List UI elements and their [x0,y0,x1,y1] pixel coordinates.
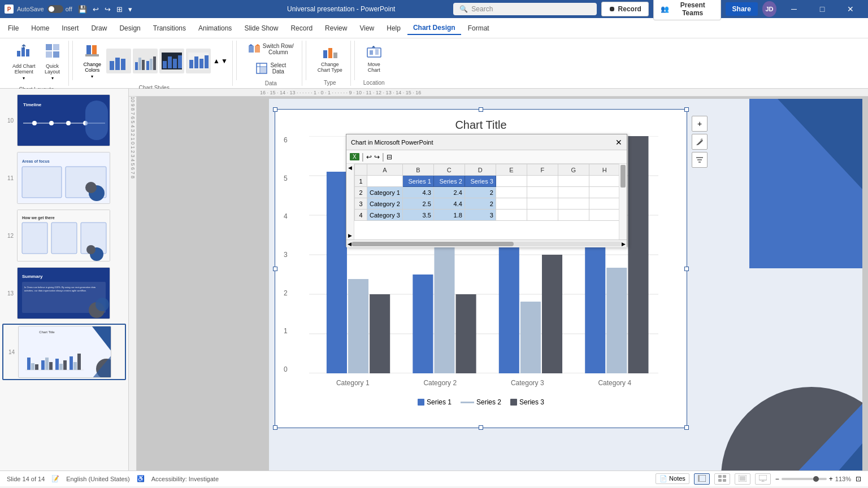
change-chart-type-button[interactable]: ChangeChart Type [314,42,346,75]
ds-hscroll-left[interactable]: ◀ [348,241,351,247]
minimize-button[interactable]: ─ [781,0,807,18]
tab-chart-design[interactable]: Chart Design [407,21,461,35]
presenter-view-button[interactable] [755,473,771,485]
tab-insert[interactable]: Insert [56,22,84,34]
col-header-f[interactable]: F [527,164,558,176]
resize-handle-bl[interactable] [273,425,277,430]
cell-c3[interactable]: 4.4 [433,198,465,210]
resize-handle-ml[interactable] [273,267,277,271]
col-header-a[interactable]: A [367,164,403,176]
ds-redo-button[interactable]: ↪ [374,153,380,161]
tab-slideshow[interactable]: Slide Show [238,22,284,34]
cell-e1[interactable] [496,176,527,187]
zoom-in-button[interactable]: + [829,475,833,483]
tab-home[interactable]: Home [25,22,55,34]
cell-d2[interactable]: 2 [465,187,496,198]
slide-thumb-11[interactable]: 11 Areas of focus [2,151,126,205]
user-avatar[interactable]: JD [762,1,776,17]
tab-file[interactable]: File [2,22,24,34]
chart-style-1[interactable] [106,49,131,73]
cell-h2[interactable] [589,187,619,198]
cell-c2[interactable]: 2.4 [433,187,465,198]
slide-thumb-14[interactable]: 14 Chart Title [2,324,126,380]
excel-icon-btn[interactable]: X [350,153,359,160]
resize-handle-tl[interactable] [273,107,277,112]
search-bar[interactable]: 🔍 Search [453,3,596,15]
cell-g2[interactable] [558,187,589,198]
cell-f3[interactable] [527,198,558,210]
more-options-button[interactable]: ▾ [126,4,134,15]
close-button[interactable]: ✕ [837,0,863,18]
redo-button[interactable]: ↪ [102,4,113,15]
cell-a3[interactable]: Category 2 [367,198,403,210]
zoom-slider[interactable] [782,478,827,480]
autosave-toggle-pill[interactable] [47,5,63,13]
slide-thumb-12[interactable]: 12 How we get there [2,208,126,263]
chart-style-2[interactable] [133,49,158,73]
tab-animations[interactable]: Animations [193,22,237,34]
chart-styles-scroll-down[interactable]: ▼ [221,57,228,65]
chart-styles-scroll-up[interactable]: ▲ [213,57,220,65]
col-header-c[interactable]: C [433,164,465,176]
cell-h1[interactable] [589,176,619,187]
ds-hscroll-right[interactable]: ▶ [622,241,626,247]
maximize-button[interactable]: □ [809,0,835,18]
col-header-d[interactable]: D [465,164,496,176]
ds-undo-button[interactable]: ↩ [366,153,372,161]
tab-design[interactable]: Design [114,22,146,34]
slide-thumb-10[interactable]: 10 Timeline [2,93,126,147]
cell-h4[interactable] [589,210,619,221]
switch-row-col-button[interactable]: Switch Row/Column [245,41,297,58]
ds-hscroll-thumb[interactable] [351,242,514,246]
cell-g4[interactable] [558,210,589,221]
data-sheet-close-button[interactable]: ✕ [615,138,622,147]
chart-filters-button[interactable] [692,152,708,168]
ds-vscroll[interactable] [619,164,627,239]
cell-c4[interactable]: 1.8 [433,210,465,221]
slide-thumb-13[interactable]: 13 Summary In Oremo we believe in giving… [2,266,126,320]
cell-g3[interactable] [558,198,589,210]
select-data-button[interactable]: SelectData [252,60,289,77]
ds-scroll-left[interactable]: ◀ [348,165,352,171]
present-teams-button[interactable]: 👥 Present Teams [653,0,721,20]
chart-styles-button[interactable] [692,134,708,150]
cell-e2[interactable] [496,187,527,198]
col-header-h[interactable]: H [589,164,619,176]
tab-record[interactable]: Record [285,22,318,34]
tab-view[interactable]: View [354,22,380,34]
tab-transitions[interactable]: Transitions [147,22,192,34]
resize-handle-bc[interactable] [479,425,483,430]
tab-help[interactable]: Help [381,22,406,34]
chart-elements-button[interactable]: + [692,116,708,132]
cell-d4[interactable]: 3 [465,210,496,221]
record-button[interactable]: ⏺ Record [601,2,649,16]
cell-e4[interactable] [496,210,527,221]
cell-g1[interactable] [558,176,589,187]
zoom-thumb[interactable] [813,476,819,482]
ds-table-btn[interactable]: ⊟ [387,153,392,161]
change-colors-button[interactable]: ChangeColors ▾ [81,41,105,81]
cell-e3[interactable] [496,198,527,210]
share-button[interactable]: Share [726,2,758,16]
reading-view-button[interactable] [735,473,750,485]
tab-format[interactable]: Format [462,22,495,34]
cell-b1[interactable]: Series 1 [402,176,433,187]
col-header-e[interactable]: E [496,164,527,176]
quick-layout-button[interactable]: QuickLayout ▾ [41,41,64,83]
add-chart-element-button[interactable]: Add ChartElement ▾ [9,41,39,83]
autosave-toggle[interactable]: off [47,5,72,13]
resize-handle-tr[interactable] [684,107,689,112]
cell-b2[interactable]: 4.3 [402,187,433,198]
cell-f1[interactable] [527,176,558,187]
cell-f4[interactable] [527,210,558,221]
zoom-out-button[interactable]: − [775,475,779,483]
slide-sorter-button[interactable] [714,473,730,485]
cell-b4[interactable]: 3.5 [402,210,433,221]
normal-view-button[interactable] [694,473,710,485]
col-header-g[interactable]: G [558,164,589,176]
cell-b3[interactable]: 2.5 [402,198,433,210]
cell-c1[interactable]: Series 2 [433,176,465,187]
cell-f2[interactable] [527,187,558,198]
resize-handle-br[interactable] [684,425,689,430]
resize-handle-mr[interactable] [684,267,689,271]
